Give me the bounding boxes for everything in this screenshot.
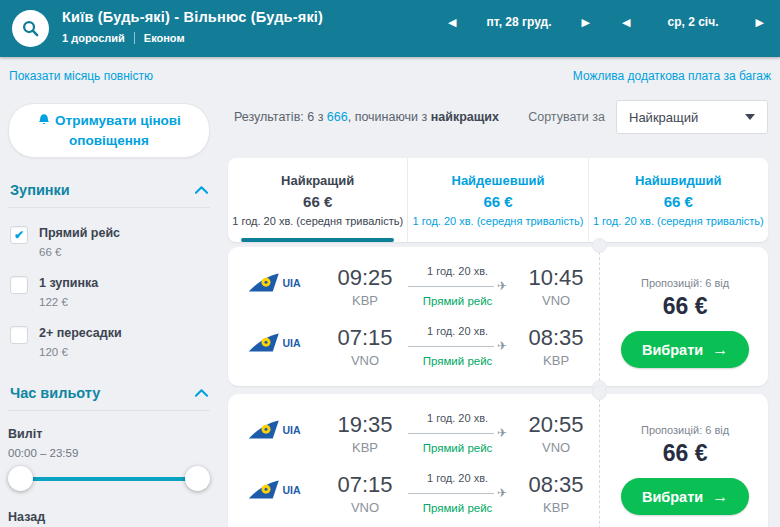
uia-airline-logo: UIA [248,478,322,508]
arrow-right-icon: → [712,489,728,505]
tab-best[interactable]: Найкращий 66 € 1 год. 20 хв. (середня тр… [228,158,407,242]
tab-label: Найшвидший [635,173,722,188]
return-date-next-icon[interactable]: ▶ [752,14,768,31]
show-full-month-link[interactable]: Показати місяць повністю [9,69,153,83]
divider [8,207,210,208]
results-summary: Результатів: 6 з 666, починаючи з найкра… [234,110,499,124]
route-line [408,433,494,434]
total-results-count: 666 [327,110,348,124]
checkbox-unchecked[interactable] [10,276,28,294]
arrival-block: 10:45 VNO [513,265,599,308]
tab-fastest[interactable]: Найшвидший 66 € 1 год. 20 хв. (середня т… [588,158,768,242]
sort-control: Сортувати за Найкращий [528,100,768,134]
tab-duration: 1 год. 20 хв. (середня тривалість) [593,215,764,227]
select-flight-button[interactable]: Вибрати→ [621,478,749,515]
leg-duration: 1 год. 20 хв. [427,472,488,484]
select-flight-button[interactable]: Вибрати→ [621,331,749,368]
price-alerts-button[interactable]: Отримувати цінові оповіщення [8,103,210,158]
divider [134,32,135,44]
stops-option-one-stop[interactable]: 1 зупинка 122 € [10,276,210,308]
stops-filter-header[interactable]: Зупинки [8,182,210,198]
stops-info: Прямий рейс [423,442,493,454]
tab-price: 66 € [303,193,332,210]
bell-icon [37,113,55,128]
departure-time: 09:25 [322,265,408,291]
tab-duration: 1 год. 20 хв. (середня тривалість) [232,215,403,227]
ticket-notch [592,385,607,400]
flight-search-page: Київ (Будь-які) - Вільнюс (Будь-які) 1 д… [0,0,780,527]
outbound-date-prev-icon[interactable]: ◀ [444,14,460,31]
departure-time-title: Час вильоту [10,385,100,401]
outbound-slider-handle-min[interactable] [8,466,33,491]
departure-time-filter-header[interactable]: Час вильоту [8,385,210,401]
slider-track [10,477,208,481]
tab-price: 66 € [483,193,512,210]
edit-search-button[interactable] [12,10,49,47]
offers-count: Пропозицій: 6 від [641,277,729,289]
departure-block: 09:25 KBP [322,265,408,308]
stops-option-two-plus[interactable]: 2+ пересадки 120 € [10,326,210,358]
leg-duration-block: 1 год. 20 хв. ✈ Прямий рейс [408,325,513,367]
departure-airport: KBP [322,293,408,308]
price-alerts-label: Отримувати цінові оповіщення [55,113,181,148]
chevron-up-icon [195,389,208,397]
outbound-time-slider [8,466,210,492]
leg-duration: 1 год. 20 хв. [427,265,488,277]
departure-time: 19:35 [322,412,408,438]
plane-icon: ✈ [497,487,507,499]
return-date: ср, 2 січ. [668,15,719,29]
outbound-slider-handle-max[interactable] [185,466,210,491]
stops-option-direct[interactable]: ✔ Прямий рейс 66 € [10,226,210,258]
route-line [408,493,494,494]
sort-selected-value: Найкращий [629,110,698,125]
return-leg: UIA 07:15 VNO 1 год. 20 хв. ✈ Прямий рей… [228,463,599,523]
divider [8,410,210,411]
outbound-leg: UIA 19:35 KBP 1 год. 20 хв. ✈ Прямий рей… [228,403,599,463]
arrow-right-icon: → [712,342,728,358]
arrival-airport: KBP [513,353,599,368]
outbound-date: пт, 28 груд. [486,15,551,29]
tab-label: Найдешевший [452,173,545,188]
sort-tabs: Найкращий 66 € 1 год. 20 хв. (середня тр… [228,158,768,242]
passenger-count: 1 дорослий [62,32,125,44]
checkbox-checked[interactable]: ✔ [10,226,28,244]
stops-option-label: 1 зупинка [39,276,98,290]
plane-icon: ✈ [497,340,507,352]
tab-label: Найкращий [281,173,354,188]
return-date-group: ◀ ср, 2 січ. ▶ [606,0,780,44]
results-area: Результатів: 6 з 666, починаючи з найкра… [228,95,768,527]
tab-cheapest[interactable]: Найдешевший 66 € 1 год. 20 хв. (середня … [407,158,587,242]
price-panel: Пропозицій: 6 від 66 € Вибрати→ [600,247,770,386]
uia-airline-logo: UIA [248,271,322,301]
return-date-prev-icon[interactable]: ◀ [618,14,634,31]
outbound-leg: UIA 09:25 KBP 1 год. 20 хв. ✈ Прямий рей… [228,256,599,316]
flight-card[interactable]: UIA 09:25 KBP 1 год. 20 хв. ✈ Прямий рей… [228,247,768,386]
stops-option-price: 66 € [39,246,120,258]
flight-price: 66 € [663,293,708,320]
flight-legs: UIA 19:35 KBP 1 год. 20 хв. ✈ Прямий рей… [228,394,599,527]
svg-text:UIA: UIA [283,277,302,289]
tab-duration: 1 год. 20 хв. (середня тривалість) [413,215,584,227]
departure-airport: VNO [322,353,408,368]
departure-block: 07:15 VNO [322,325,408,368]
return-time-label: Назад [8,510,210,524]
checkbox-unchecked[interactable] [10,326,28,344]
sort-label: Сортувати за [528,110,605,124]
svg-text:UIA: UIA [283,337,302,349]
price-panel: Пропозицій: 6 від 66 € Вибрати→ [600,394,770,527]
route-line [408,286,494,287]
baggage-fee-link[interactable]: Можлива додаткова плата за багаж [573,69,771,83]
leg-duration: 1 год. 20 хв. [427,325,488,337]
sort-dropdown[interactable]: Найкращий [616,100,768,134]
arrival-block: 08:35 KBP [513,472,599,515]
outbound-date-group: ◀ пт, 28 груд. ▶ [432,0,606,44]
stops-filter-title: Зупинки [10,182,70,198]
outbound-date-next-icon[interactable]: ▶ [578,14,594,31]
ticket-notch [592,238,607,253]
departure-time: 07:15 [322,472,408,498]
outbound-time-range: 00:00 – 23:59 [8,447,210,459]
results-summary-row: Результатів: 6 з 666, починаючи з найкра… [228,95,768,139]
flight-card[interactable]: UIA 19:35 KBP 1 год. 20 хв. ✈ Прямий рей… [228,394,768,527]
flight-legs: UIA 09:25 KBP 1 год. 20 хв. ✈ Прямий рей… [228,247,599,386]
arrival-time: 08:35 [513,472,599,498]
